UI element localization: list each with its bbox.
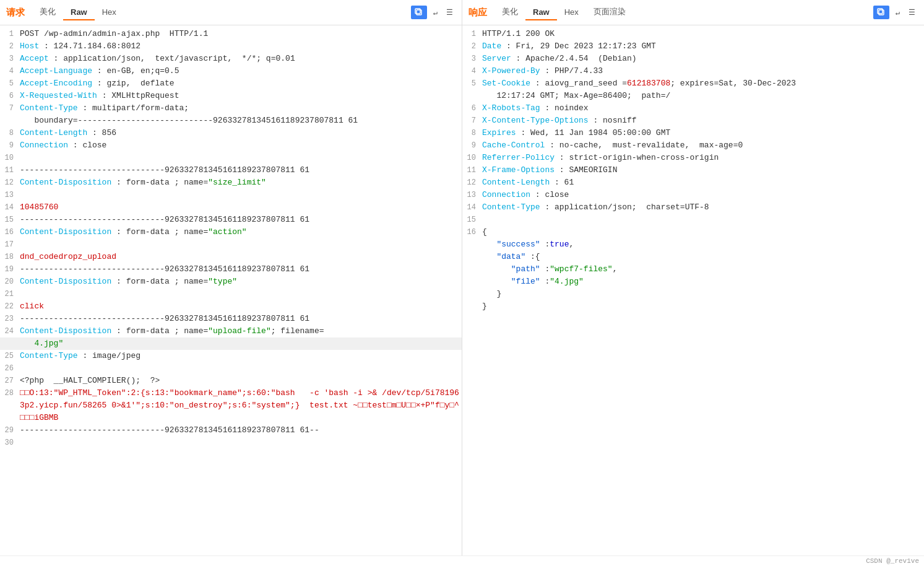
table-row: 13Connection : close <box>462 189 924 201</box>
table-row: 16{ <box>462 226 924 238</box>
table-row: 9Connection : close <box>0 139 462 152</box>
table-row: 12Content-Disposition : form-data ; name… <box>0 176 462 189</box>
table-row: 9Cache-Control : no-cache, must-revalida… <box>462 139 924 152</box>
table-row: 12:17:24 GMT; Max-Age=86400; path=/ <box>462 90 924 102</box>
table-row: 2Host : 124.71.184.68:8012 <box>0 40 462 53</box>
table-row: 7Content-Type : multipart/form-data; <box>0 102 462 115</box>
table-row: 29------------------------------92633278… <box>0 424 462 437</box>
svg-rect-2 <box>879 10 884 15</box>
tab-request-raw[interactable]: Raw <box>63 5 95 20</box>
table-row: 2Date : Fri, 29 Dec 2023 12:17:23 GMT <box>462 40 924 53</box>
table-row: 4X-Powered-By : PHP/7.4.33 <box>462 65 924 77</box>
footer-label: CSDN @_rev1ve <box>866 557 919 565</box>
table-row: 25Content-Type : image/jpeg <box>0 350 462 362</box>
request-content: 1POST /wp-admin/admin-ajax.php HTTP/1.1 … <box>0 25 462 555</box>
request-copy-btn[interactable] <box>411 6 427 19</box>
table-row: } <box>462 300 924 313</box>
response-menu-btn[interactable]: ☰ <box>906 7 918 19</box>
footer: CSDN @_rev1ve <box>0 555 924 566</box>
table-row: "file" :"4.jpg" <box>462 276 924 288</box>
request-tabs: 美化 Raw Hex <box>32 4 411 21</box>
table-row: 8Content-Length : 856 <box>0 127 462 139</box>
table-row: 19------------------------------92633278… <box>0 263 462 276</box>
table-row: boundary=----------------------------926… <box>0 115 462 127</box>
table-row: 17 <box>0 238 462 251</box>
table-row: "path" :"wpcf7-files", <box>462 263 924 276</box>
table-row: } <box>462 288 924 300</box>
table-row: 11X-Frame-Options : SAMEORIGIN <box>462 164 924 176</box>
table-row: 4Accept-Language : en-GB, en;q=0.5 <box>0 65 462 77</box>
request-panel-header: 请求 美化 Raw Hex ↵ ☰ <box>0 0 462 25</box>
svg-rect-3 <box>878 9 883 14</box>
table-row: 4.jpg" <box>0 337 462 350</box>
table-row: 1410485760 <box>0 201 462 214</box>
table-row: 11------------------------------92633278… <box>0 164 462 176</box>
table-row: 8Expires : Wed, 11 Jan 1984 05:00:00 GMT <box>462 127 924 139</box>
table-row: 18dnd_codedropz_upload <box>0 251 462 263</box>
svg-rect-1 <box>415 9 420 14</box>
table-row: 16Content-Disposition : form-data ; name… <box>0 226 462 238</box>
table-row: 27<?php __HALT_COMPILER(); ?> <box>0 375 462 387</box>
response-content: 1HTTP/1.1 200 OK 2Date : Fri, 29 Dec 202… <box>462 25 924 555</box>
request-wrap-btn[interactable]: ↵ <box>431 7 440 19</box>
request-menu-btn[interactable]: ☰ <box>444 7 456 19</box>
response-copy-btn[interactable] <box>873 6 889 19</box>
response-panel: 响应 美化 Raw Hex 页面渲染 ↵ ☰ 1HTTP/1.1 200 OK … <box>462 0 924 555</box>
table-row: 5Accept-Encoding : gzip, deflate <box>0 77 462 90</box>
tab-response-raw[interactable]: Raw <box>525 5 557 20</box>
table-row: 10Referrer-Policy : strict-origin-when-c… <box>462 152 924 164</box>
request-title: 请求 <box>6 7 25 19</box>
table-row: 22click <box>0 300 462 313</box>
table-row: 3Accept : application/json, text/javascr… <box>0 53 462 65</box>
table-row: "data" :{ <box>462 251 924 263</box>
table-row: 10 <box>0 152 462 164</box>
tab-request-beautify[interactable]: 美化 <box>32 4 63 21</box>
main-container: 请求 美化 Raw Hex ↵ ☰ 1POST /wp-admin/admin-… <box>0 0 924 555</box>
table-row: 1HTTP/1.1 200 OK <box>462 28 924 40</box>
tab-response-hex[interactable]: Hex <box>557 5 586 20</box>
table-row: 6X-Robots-Tag : noindex <box>462 102 924 115</box>
response-panel-header: 响应 美化 Raw Hex 页面渲染 ↵ ☰ <box>462 0 924 25</box>
response-tabs: 美化 Raw Hex 页面渲染 <box>494 4 873 21</box>
svg-rect-0 <box>417 10 421 15</box>
response-wrap-btn[interactable]: ↵ <box>893 7 902 19</box>
tab-request-hex[interactable]: Hex <box>95 5 124 20</box>
table-row: 5Set-Cookie : aiovg_rand_seed =612183708… <box>462 77 924 90</box>
table-row: 6X-Requested-With : XMLHttpRequest <box>0 90 462 102</box>
table-row: 1POST /wp-admin/admin-ajax.php HTTP/1.1 <box>0 28 462 40</box>
response-panel-icons: ↵ ☰ <box>873 6 918 19</box>
table-row: 21 <box>0 288 462 300</box>
table-row: 20Content-Disposition : form-data ; name… <box>0 276 462 288</box>
table-row: 3Server : Apache/2.4.54 (Debian) <box>462 53 924 65</box>
table-row: "success" :true, <box>462 238 924 251</box>
table-row: 13 <box>0 189 462 201</box>
table-row: 30 <box>0 437 462 449</box>
table-row: 24Content-Disposition : form-data ; name… <box>0 325 462 337</box>
table-row: 15------------------------------92633278… <box>0 214 462 226</box>
request-panel: 请求 美化 Raw Hex ↵ ☰ 1POST /wp-admin/admin-… <box>0 0 462 555</box>
table-row: 23------------------------------92633278… <box>0 313 462 325</box>
tab-response-beautify[interactable]: 美化 <box>494 4 525 21</box>
table-row: 28□□O:13:"WP_HTML_Token":2:{s:13:"bookma… <box>0 387 462 424</box>
table-row: 7X-Content-Type-Options : nosniff <box>462 115 924 127</box>
tab-response-render[interactable]: 页面渲染 <box>586 4 633 21</box>
request-panel-icons: ↵ ☰ <box>411 6 456 19</box>
response-title: 响应 <box>468 7 487 19</box>
table-row: 14Content-Type : application/json; chars… <box>462 201 924 214</box>
table-row: 15 <box>462 214 924 226</box>
table-row: 26 <box>0 362 462 375</box>
table-row: 12Content-Length : 61 <box>462 176 924 189</box>
